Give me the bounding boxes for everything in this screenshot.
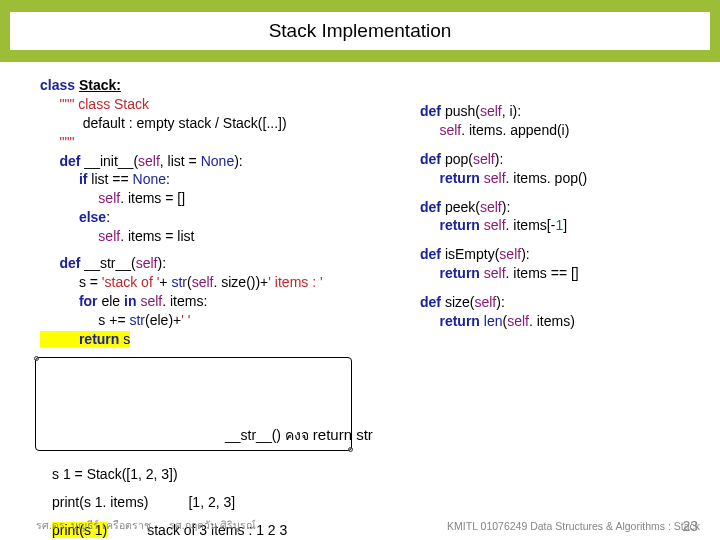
page-number: 23	[682, 518, 698, 534]
slide-title: Stack Implementation	[10, 12, 710, 50]
str-callout: __str__() คงจ return str	[225, 424, 390, 446]
code-left-block: class Stack: """ class Stack default : e…	[40, 76, 400, 348]
example-line-1: s 1 = Stack([1, 2, 3])	[52, 466, 287, 482]
footer: รศ.ดร. บุญธีร์ เครือตราชู รศ.กฤตวัน ศิริ…	[0, 517, 720, 534]
example-line-2: print(s 1. items)[1, 2, 3]	[52, 494, 287, 510]
title-bar: Stack Implementation	[0, 0, 720, 62]
footer-course: KMITL 01076249 Data Structures & Algorit…	[447, 520, 700, 532]
footer-author-1: รศ.ดร. บุญธีร์ เครือตราชู	[36, 517, 151, 534]
content-area: class Stack: """ class Stack default : e…	[0, 62, 720, 492]
code-right-block: def push(self, i): self. items. append(i…	[420, 102, 670, 331]
footer-author-2: รศ.กฤตวัน ศิริบูรณ์	[169, 517, 256, 534]
